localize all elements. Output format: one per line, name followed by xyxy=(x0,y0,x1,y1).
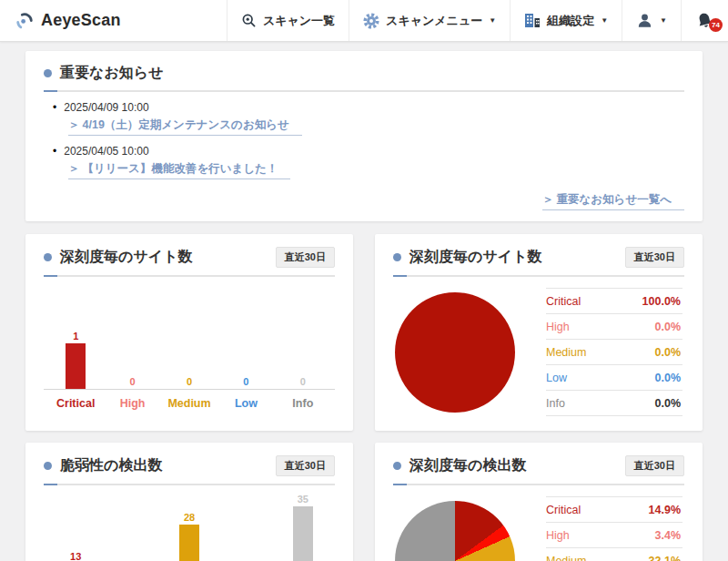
legend-row: Critical14.9% xyxy=(546,496,682,522)
legend-label: Info xyxy=(546,397,565,410)
notification-count-badge: 74 xyxy=(709,18,723,32)
bullet-dot-icon xyxy=(44,462,52,470)
nav-scan-menu[interactable]: スキャンメニュー ▼ xyxy=(349,0,510,41)
bar-slot: 0 xyxy=(104,377,160,389)
brand-logo[interactable]: AeyeScan xyxy=(0,0,136,41)
legend-value: 0.0% xyxy=(655,346,682,359)
announcement-date: 2025/04/09 10:00 xyxy=(53,101,684,114)
bar-slot: 1 xyxy=(47,332,104,389)
title-accent-bar xyxy=(44,484,57,485)
bar-slot: 28 xyxy=(161,513,217,561)
announcements-more-label: 重要なお知らせ一覧へ xyxy=(557,193,672,206)
announcements-card: 重要なお知らせ 2025/04/09 10:00 ＞4/19（土）定期メンテナン… xyxy=(25,51,703,221)
legend-label: High xyxy=(546,321,570,333)
card-title: 深刻度毎のサイト数 xyxy=(410,248,625,267)
bar-slot: 35 xyxy=(275,495,331,561)
card-title: 深刻度毎のサイト数 xyxy=(60,248,276,267)
pie-chart-row: Critical14.9%High3.4%Medium32.1%Low9.1%I… xyxy=(393,496,684,561)
announcement-link[interactable]: ＞【リリース】機能改善を行いました！ xyxy=(68,161,290,179)
pie-legend: Critical14.9%High3.4%Medium32.1%Low9.1%I… xyxy=(546,496,682,561)
category-label: High xyxy=(104,397,160,410)
legend-label: Medium xyxy=(546,555,586,561)
announcements-footer: ＞重要なお知らせ一覧へ xyxy=(44,189,684,210)
announcement-date: 2025/04/05 10:00 xyxy=(53,145,684,158)
chevron-right-icon: ＞ xyxy=(68,162,80,175)
legend-row: High3.4% xyxy=(546,522,682,547)
nav-user-menu[interactable]: ▼ xyxy=(622,0,681,41)
legend-row: Medium0.0% xyxy=(546,339,682,364)
category-label: Medium xyxy=(161,397,217,410)
period-badge: 直近30日 xyxy=(276,455,335,476)
legend-row: Medium32.1% xyxy=(546,547,682,561)
legend-row: Critical100.0% xyxy=(546,288,682,313)
title-accent-bar xyxy=(393,275,407,277)
legend-value: 0.0% xyxy=(655,321,682,333)
period-badge: 直近30日 xyxy=(625,455,684,476)
legend-value: 0.0% xyxy=(655,397,682,410)
card-header: 脆弱性の検出数直近30日 xyxy=(44,455,335,485)
bar-value-label: 0 xyxy=(300,377,306,387)
card-header: 深刻度毎の検出数直近30日 xyxy=(393,455,684,485)
nav-org-settings-label: 組織設定 xyxy=(547,13,594,29)
pie-chart xyxy=(395,292,515,413)
nav-scan-menu-label: スキャンメニュー xyxy=(386,13,482,29)
chart-card-sites-by-severity-bar: 深刻度毎のサイト数直近30日10000CriticalHighMediumLow… xyxy=(25,234,353,431)
nav-org-settings[interactable]: 組織設定 ▼ xyxy=(510,0,622,41)
nav-scan-list[interactable]: スキャン一覧 xyxy=(227,0,349,41)
period-badge: 直近30日 xyxy=(276,247,335,268)
bullet-dot-icon xyxy=(393,462,401,470)
pie-legend: Critical100.0%High0.0%Medium0.0%Low0.0%I… xyxy=(546,288,682,416)
caret-down-icon: ▼ xyxy=(489,16,496,25)
chart-card-sites-by-severity-pie: 深刻度毎のサイト数直近30日Critical100.0%High0.0%Medi… xyxy=(375,234,703,431)
chart-grid: 深刻度毎のサイト数直近30日10000CriticalHighMediumLow… xyxy=(25,234,703,561)
caret-down-icon: ▼ xyxy=(660,16,667,25)
legend-value: 100.0% xyxy=(642,295,681,308)
legend-value: 0.0% xyxy=(655,372,682,384)
announcement-link-label: 4/19（土）定期メンテナンスのお知らせ xyxy=(83,118,289,131)
chart-card-vulnerabilities-bar: 脆弱性の検出数直近30日13328835CriticalHighMediumLo… xyxy=(25,443,353,561)
magnifier-icon xyxy=(241,13,257,28)
legend-label: Critical xyxy=(546,504,581,516)
period-badge: 直近30日 xyxy=(625,247,684,268)
nav-notifications[interactable]: 74 xyxy=(681,0,728,41)
bullet-dot-icon xyxy=(44,253,52,261)
user-icon xyxy=(636,12,653,29)
list-item: 2025/04/09 10:00 ＞4/19（土）定期メンテナンスのお知らせ xyxy=(53,101,684,136)
bullet-dot-icon xyxy=(44,69,52,77)
bar-chart: 13328835 xyxy=(44,493,335,561)
legend-label: Medium xyxy=(546,346,586,359)
title-accent-bar xyxy=(393,484,407,485)
category-label: Info xyxy=(275,397,331,410)
bar-value-label: 28 xyxy=(184,513,195,523)
chevron-right-icon: ＞ xyxy=(542,193,554,206)
category-label: Critical xyxy=(47,397,104,410)
category-labels: CriticalHighMediumLowInfo xyxy=(44,397,335,410)
announcements-title: 重要なお知らせ xyxy=(60,64,684,83)
bell-icon: 74 xyxy=(695,11,714,30)
navbar: AeyeScan スキャン一覧 スキャンメニュー ▼ xyxy=(0,0,728,42)
announcements-more-link[interactable]: ＞重要なお知らせ一覧へ xyxy=(542,192,684,210)
chevron-right-icon: ＞ xyxy=(68,118,80,131)
nav-scan-list-label: スキャン一覧 xyxy=(263,13,335,29)
bar-medium xyxy=(179,525,199,561)
card-header: 深刻度毎のサイト数直近30日 xyxy=(393,247,684,277)
announcement-link[interactable]: ＞4/19（土）定期メンテナンスのお知らせ xyxy=(68,117,302,136)
bar-value-label: 0 xyxy=(130,377,136,387)
bar-value-label: 13 xyxy=(70,552,81,561)
pie-chart xyxy=(395,501,515,561)
announcement-link-label: 【リリース】機能改善を行いました！ xyxy=(83,162,278,175)
bar-info xyxy=(293,506,313,561)
bar-slot: 0 xyxy=(161,377,217,389)
legend-label: Low xyxy=(546,372,567,384)
bar-value-label: 35 xyxy=(298,495,308,505)
bar-slot: 0 xyxy=(217,377,274,389)
aeyescan-logo-icon xyxy=(15,11,35,31)
bar-slot: 13 xyxy=(47,552,104,561)
brand-name: AeyeScan xyxy=(41,11,121,30)
legend-row: Info0.0% xyxy=(546,390,682,415)
announcements-header: 重要なお知らせ xyxy=(44,64,684,92)
announcements-list: 2025/04/09 10:00 ＞4/19（土）定期メンテナンスのお知らせ 2… xyxy=(44,101,684,179)
title-accent-bar xyxy=(44,90,57,92)
gear-icon xyxy=(363,13,379,29)
legend-value: 32.1% xyxy=(649,555,681,561)
